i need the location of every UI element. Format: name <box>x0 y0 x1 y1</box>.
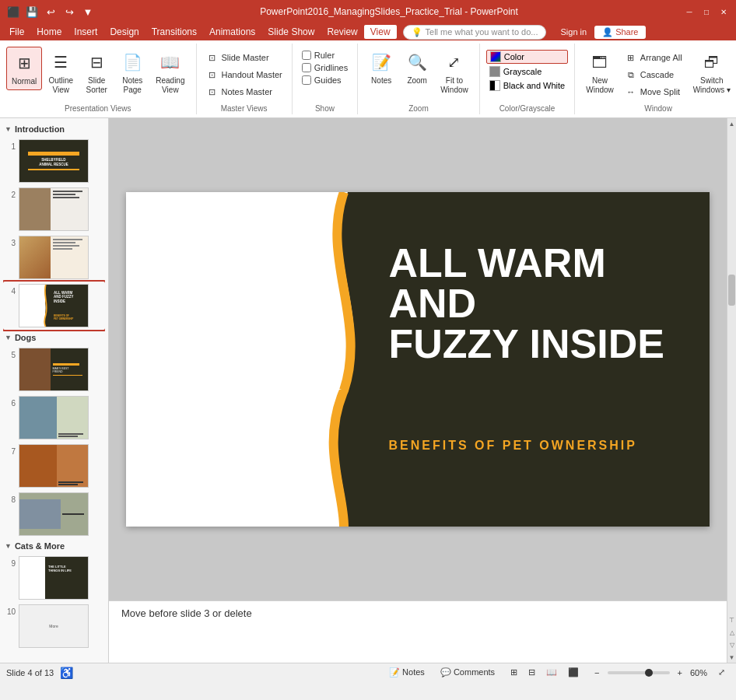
move-split-button[interactable]: ↔ Move Split <box>622 84 685 100</box>
section-arrow-dogs: ▼ <box>5 334 12 341</box>
customize-icon[interactable]: ▼ <box>81 5 95 19</box>
slide-thumb-3[interactable]: 3 <box>3 233 105 282</box>
menu-design[interactable]: Design <box>103 25 145 39</box>
menu-review[interactable]: Review <box>321 25 363 39</box>
slide-preview-2 <box>19 187 89 231</box>
slide-thumb-8[interactable]: 8 <box>3 490 105 538</box>
outline-view-icon: ☰ <box>48 50 73 75</box>
gridlines-checkbox[interactable]: Gridlines <box>299 62 351 73</box>
menu-slideshow[interactable]: Slide Show <box>261 25 321 39</box>
master-views-group: ⊡ Slide Master ⊡ Handout Master ⊡ Notes … <box>197 44 293 114</box>
slide-thumb-2[interactable]: 2 <box>3 185 105 233</box>
show-list: Ruler Gridlines Guides <box>299 47 351 86</box>
menu-animations[interactable]: Animations <box>203 25 261 39</box>
guides-checkbox[interactable]: Guides <box>299 75 351 86</box>
slide-thumb-4[interactable]: 4 ALL WARMAND FUZZYINSIDE BENEFITS OFPET… <box>3 282 105 330</box>
slide-thumb-6[interactable]: 6 <box>3 394 105 442</box>
zoom-thumb[interactable] <box>645 669 653 677</box>
switch-windows-button[interactable]: 🗗 SwitchWindows ▾ <box>689 47 735 98</box>
zoom-in-button[interactable]: + <box>673 667 687 678</box>
status-right: 📝 Notes 💬 Comments ⊞ ⊟ 📖 ⬛ − + 60% ⤢ <box>384 667 730 678</box>
scroll-to-top[interactable]: ⊤ <box>727 614 737 625</box>
presentation-views-group: ⊞ Normal ☰ OutlineView ⊟ SlideSorter 📄 N… <box>0 44 197 114</box>
slide-thumb-9[interactable]: 9 THE LITTLETHINGS IN LIFE <box>3 554 105 602</box>
ruler-checkbox[interactable]: Ruler <box>299 50 351 61</box>
fit-slide-button[interactable]: ⤢ <box>713 667 730 678</box>
arrange-all-button[interactable]: ⊞ Arrange All <box>622 50 685 65</box>
slide-num-6: 6 <box>5 396 16 408</box>
wave-svg <box>301 192 394 527</box>
share-icon: 👤 <box>602 27 613 37</box>
menu-transitions[interactable]: Transitions <box>145 25 203 39</box>
menu-insert[interactable]: Insert <box>68 25 103 39</box>
master-views-items: ⊡ Slide Master ⊡ Handout Master ⊡ Notes … <box>203 44 286 103</box>
maximize-button[interactable]: □ <box>700 5 713 18</box>
black-white-button[interactable]: Black and White <box>486 79 568 92</box>
normal-view-status[interactable]: ⊞ <box>506 667 522 678</box>
slide-master-button[interactable]: ⊡ Slide Master <box>203 50 286 65</box>
handout-master-button[interactable]: ⊡ Handout Master <box>203 67 286 82</box>
slide-title: ALL WARM ANDFUZZY INSIDE <box>389 243 687 364</box>
tell-me-bar[interactable]: 💡 Tell me what you want to do... <box>403 25 547 40</box>
reading-view-button[interactable]: 📖 ReadingView <box>151 47 189 98</box>
color-swatch <box>490 51 501 62</box>
menu-home[interactable]: Home <box>30 25 68 39</box>
search-icon: 💡 <box>412 27 422 37</box>
outline-view-button[interactable]: ☰ OutlineView <box>44 47 78 98</box>
slide-thumb-5[interactable]: 5 MAN'S BESTFRIEND <box>3 345 105 394</box>
sign-in-button[interactable]: Sign in <box>552 26 594 38</box>
zoom-out-button[interactable]: − <box>590 667 604 678</box>
slide-and-scroll: ALL WARM ANDFUZZY INSIDE BENEFITS OF PET… <box>109 118 736 663</box>
save-icon[interactable]: 💾 <box>25 5 39 19</box>
view-buttons: ⊞ ⊟ 📖 ⬛ <box>506 667 584 678</box>
undo-icon[interactable]: ↩ <box>44 5 58 19</box>
zoom-slider[interactable] <box>608 671 670 674</box>
notes-master-button[interactable]: ⊡ Notes Master <box>203 84 286 100</box>
reading-view-status[interactable]: 📖 <box>541 667 562 678</box>
grayscale-button[interactable]: Grayscale <box>486 65 568 78</box>
normal-view-button[interactable]: ⊞ Normal <box>6 47 42 90</box>
cascade-button[interactable]: ⧉ Cascade <box>622 67 685 82</box>
presenter-view-status[interactable]: ⬛ <box>563 667 584 678</box>
scroll-next[interactable]: ▽ <box>727 639 737 650</box>
slide-sorter-button[interactable]: ⊟ SlideSorter <box>79 47 114 98</box>
zoom-button[interactable]: 🔍 Zoom <box>400 47 434 89</box>
sorter-view-status[interactable]: ⊟ <box>524 667 540 678</box>
bw-swatch <box>489 80 500 91</box>
minimize-button[interactable]: ─ <box>683 5 696 18</box>
scroll-track[interactable] <box>727 129 736 613</box>
slide-num-9: 9 <box>5 556 16 568</box>
new-window-button[interactable]: 🗔 NewWindow <box>581 47 619 98</box>
scroll-up-arrow[interactable]: ▲ <box>727 118 737 129</box>
section-dogs-label: Dogs <box>15 333 37 342</box>
slide-thumb-10[interactable]: 10 More <box>3 602 105 650</box>
section-dogs[interactable]: ▼ Dogs <box>3 330 105 345</box>
redo-icon[interactable]: ↪ <box>62 5 76 19</box>
scroll-thumb[interactable] <box>728 275 735 306</box>
section-introduction[interactable]: ▼ Introduction <box>3 121 105 137</box>
slide-num-8: 8 <box>5 492 16 504</box>
section-cats-more[interactable]: ▼ Cats & More <box>3 538 105 554</box>
tell-me-input[interactable]: Tell me what you want to do... <box>426 27 538 37</box>
share-button[interactable]: 👤 Share <box>594 26 646 39</box>
slide-num-3: 3 <box>5 236 16 247</box>
notes-status-button[interactable]: 📝 Notes <box>384 667 429 678</box>
scroll-down-arrow[interactable]: ▼ <box>727 652 737 663</box>
zoom-group: 📝 Notes 🔍 Zoom ⤢ Fit toWindow Zoom <box>358 44 480 114</box>
close-button[interactable]: ✕ <box>717 5 730 18</box>
slide-thumb-1[interactable]: 1 SHELBYFIELDANIMAL RESCUE <box>3 137 105 185</box>
menu-view[interactable]: View <box>364 25 397 39</box>
comments-status-button[interactable]: 💬 Comments <box>436 667 499 678</box>
content-area: ALL WARM ANDFUZZY INSIDE BENEFITS OF PET… <box>109 118 727 663</box>
notes-page-icon: 📄 <box>120 50 145 75</box>
slide-thumb-7[interactable]: 7 <box>3 442 105 490</box>
scroll-prev[interactable]: △ <box>727 627 737 638</box>
notes-page-button[interactable]: 📄 NotesPage <box>115 47 149 98</box>
menu-file[interactable]: File <box>3 25 30 39</box>
notes-zoom-button[interactable]: 📝 Notes <box>364 47 398 89</box>
fit-to-window-button[interactable]: ⤢ Fit toWindow <box>436 47 473 98</box>
zoom-controls: − + 60% <box>590 667 707 678</box>
color-button[interactable]: Color <box>486 50 568 64</box>
slide-preview-7 <box>19 444 89 488</box>
slide-preview-3 <box>19 236 89 279</box>
